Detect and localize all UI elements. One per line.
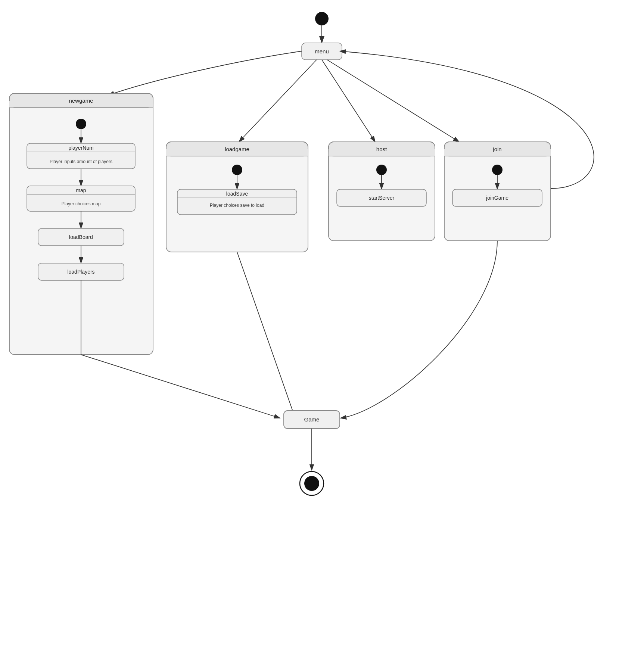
startserver-text: startServer [369,195,395,201]
host-init [376,165,387,175]
final-inner-dot [304,476,319,491]
lg-init [232,165,242,175]
loadgame-title-text: loadgame [225,146,249,152]
map-sub: Player choices map [62,201,101,206]
loadsave-top: loadSave [226,191,248,197]
host-title-text: host [376,146,387,152]
map-top: map [76,187,86,193]
loadboard-text: loadBoard [69,234,93,240]
game-text: Game [304,416,320,423]
playernum-sub: Player inputs amount of players [50,159,112,164]
loadsave-sub: Player choices save to load [210,203,264,208]
playernum-top: playerNum [68,145,94,151]
newgame-title-text: newgame [69,97,93,104]
joingame-text: joinGame [486,195,508,201]
initial-dot-main [315,12,329,25]
ng-init [76,119,86,129]
loadplayers-text: loadPlayers [67,269,94,275]
menu-text: menu [315,48,329,55]
join-title-text: join [492,146,501,152]
join-init [492,165,503,175]
